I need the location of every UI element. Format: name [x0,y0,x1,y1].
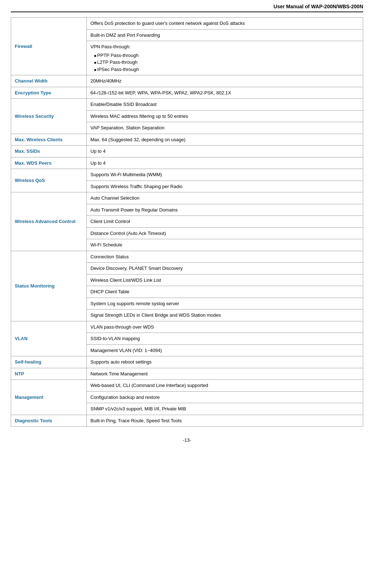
row-value: Connection Status [87,251,363,263]
page-header: User Manual of WAP-200N/WBS-200N [11,4,363,12]
row-label: NTP [11,368,87,380]
row-label: Max. Wireless Clients [11,134,87,146]
row-value: System Log supports remote syslog server [87,298,363,309]
row-value: Auto Channel Selection [87,192,363,204]
row-value: Wireless Client List/WDS Link List [87,274,363,286]
bullet-item: PPTP Pass-through [94,52,359,59]
row-label: VLAN [11,321,87,356]
header-title: User Manual of WAP-200N/WBS-200N [273,4,363,9]
row-value: Supports Wi-Fi Multimedia (WMM) [87,169,363,181]
row-value: Web-based UI, CLI (Command Line Interfac… [87,380,363,392]
row-label: Wireless Security [11,99,87,134]
row-label: Wireless QoS [11,169,87,192]
row-value: Up to 4 [87,157,363,169]
row-label: Wireless Advanced Control [11,192,87,251]
bullet-item: L2TP Pass-through [94,59,359,66]
row-value: Supports auto reboot settings [87,356,363,368]
page-footer: -13- [11,437,363,443]
row-value: Up to 4 [87,146,363,157]
row-value: Signal Strength LEDs in Client Bridge an… [87,309,363,321]
row-label: Max. WDS Peers [11,157,87,169]
row-value: Client Limit Control [87,216,363,228]
row-value: Built-in Ping, Trace Route, Speed Test T… [87,415,363,427]
row-value: DHCP Client Table [87,286,363,298]
row-value: Supports Wireless Traffic Shaping per Ra… [87,181,363,192]
row-label: Diagnostic Tools [11,415,87,427]
row-value: Wireless MAC address filtering up to 50 … [87,110,363,122]
row-label: Encryption Type [11,87,87,99]
row-value: Management VLAN (VID: 1~4094) [87,344,363,356]
row-label: Self-healing [11,356,87,368]
row-value: Built-in DMZ and Port Forwarding [87,29,363,41]
row-label: Management [11,380,87,415]
row-value: 20MHz/40MHz [87,75,363,87]
row-value: Device Discovery, PLANET Smart Discovery [87,263,363,275]
row-value: Offers DoS protection to guard user's co… [87,18,363,30]
row-value: Distance Control (Auto Ack Timeout) [87,227,363,239]
row-value: 64-/128-/152-bit WEP, WPA, WPA-PSK, WPA2… [87,87,363,99]
row-value: SNMP v1/v2c/v3 support, MIB I/II, Privat… [87,403,363,415]
row-value: SSID-to-VLAN mapping [87,333,363,345]
specs-table: FirewallOffers DoS protection to guard u… [11,17,363,427]
bullet-item: IPSec Pass-through [94,66,359,73]
row-value: VAP Separation, Station Separation [87,122,363,134]
row-label: Firewall [11,18,87,75]
row-value: Wi-Fi Schedule [87,239,363,251]
row-value: Configuration backup and restore [87,391,363,403]
row-value: Network Time Management [87,368,363,380]
footer-text: -13- [183,437,191,443]
row-value: Enable/Disable SSID Broadcast [87,99,363,111]
row-label: Max. SSIDs [11,146,87,157]
row-value: Auto Transmit Power by Regular Domains [87,204,363,216]
row-value: VPN Pass-through:PPTP Pass-throughL2TP P… [87,41,363,75]
row-value: Max. 64 (Suggested 32, depending on usag… [87,134,363,146]
row-label: Status Monitoring [11,251,87,321]
row-value: VLAN pass-through over WDS [87,321,363,333]
row-label: Channel Width [11,75,87,87]
